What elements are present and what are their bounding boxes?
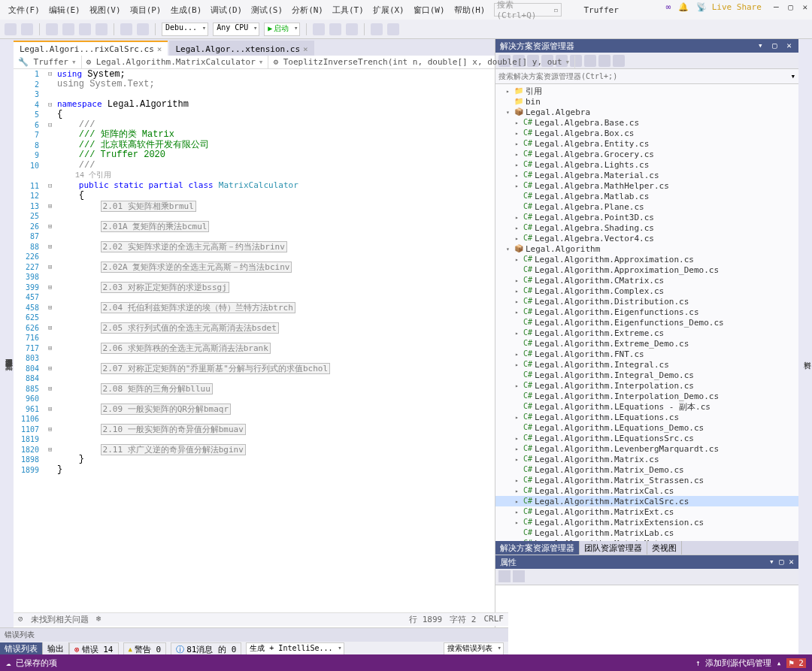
crumb[interactable]: ⚙ Legal.Algorithm.MatrixCalculator: [82, 56, 269, 68]
tab-class[interactable]: 类视图: [647, 541, 682, 555]
tree-item[interactable]: ▸C#Legal.Algorithm.LevenbergMarquardt.cs: [495, 443, 798, 454]
crumb[interactable]: 🔧 Truffer: [14, 56, 82, 68]
code-line[interactable]: 626⊞ 2.05 求行列式值的全选主元高斯消去法bsdet: [14, 323, 495, 334]
code-line[interactable]: 26⊞ 2.01A 复矩阵的乘法bcmul: [14, 222, 495, 232]
redo-icon[interactable]: [137, 23, 149, 35]
tool-icon[interactable]: [371, 23, 383, 35]
tree-item[interactable]: ▸C#Legal.Algebra.Entity.cs: [495, 138, 798, 149]
code-line[interactable]: 10 ///: [14, 161, 495, 171]
code-line[interactable]: 226: [14, 252, 495, 262]
categorize-icon[interactable]: [498, 570, 511, 582]
tool-icon[interactable]: [613, 55, 625, 67]
new-icon[interactable]: [46, 23, 58, 35]
tree-item[interactable]: ▸C#Legal.Algebra.Shading.cs: [495, 222, 798, 233]
tree-item[interactable]: ▸C#Legal.Algorithm.MatrixExt.cs: [495, 506, 798, 517]
save-icon[interactable]: [79, 23, 91, 35]
menu-item[interactable]: 项目(P): [126, 2, 165, 18]
code-line[interactable]: 625: [14, 313, 495, 323]
tab-close-icon[interactable]: ×: [157, 44, 162, 54]
tab-output[interactable]: 输出: [43, 642, 69, 654]
tree-item[interactable]: ▸C#Legal.Algorithm.CMatrix.cs: [495, 275, 798, 286]
tree-item[interactable]: C#Legal.Algorithm.Approximation_Demo.cs: [495, 264, 798, 275]
menu-item[interactable]: 测试(S): [247, 2, 286, 18]
tree-item[interactable]: C#Legal.Algebra.Plane.cs: [495, 201, 798, 212]
tree-item[interactable]: ▸C#Legal.Algorithm.Interpolation.cs: [495, 380, 798, 391]
code-line[interactable]: 5{: [14, 110, 495, 120]
tool-icon[interactable]: [584, 55, 596, 67]
code-line[interactable]: 1107⊞ 2.10 一般实矩阵的奇异值分解bmuav: [14, 425, 495, 435]
tool-icon[interactable]: [346, 23, 358, 35]
tree-item[interactable]: ▸C#Legal.Algorithm.MatrixExtension.cs: [495, 517, 798, 527]
tree-item[interactable]: ▸C#Legal.Algorithm.MatrixCalSrc.cs: [495, 496, 798, 506]
sol-search-input[interactable]: [498, 72, 790, 80]
tree-item[interactable]: C#Legal.Algorithm.LEquations - 副本.cs: [495, 401, 798, 412]
code-line[interactable]: 1819: [14, 434, 495, 445]
code-line[interactable]: 885⊞ 2.08 矩阵的三角分解blluu: [14, 384, 495, 394]
code-line[interactable]: 1⊟using System;: [14, 69, 495, 80]
menu-item[interactable]: 工具(T): [329, 2, 368, 18]
solution-tree[interactable]: ▸📁引用📁bin▾📦Legal.Algebra▸C#Legal.Algebra.…: [495, 84, 798, 541]
panel-controls[interactable]: ▾ ▢ ✕: [758, 41, 794, 51]
code-line[interactable]: 8 /// 北京联高软件开发有限公司: [14, 141, 495, 151]
tool-icon[interactable]: [329, 23, 341, 35]
code-editor[interactable]: 1⊟using System;2using System.Text;34⊟nam…: [14, 69, 495, 667]
code-line[interactable]: 717⊞ 2.06 求矩阵秩的全选主元高斯消去法brank: [14, 343, 495, 354]
bell-icon[interactable]: 🔔: [678, 2, 689, 12]
alpha-icon[interactable]: [513, 570, 525, 582]
doc-tab[interactable]: Legal.Algor...xtension.cs×: [169, 41, 314, 56]
platform-select[interactable]: Any CPU: [213, 23, 259, 36]
code-line[interactable]: 884: [14, 373, 495, 384]
code-line[interactable]: 7 /// 矩阵的类 Matrix: [14, 130, 495, 141]
tree-item[interactable]: C#Legal.Algorithm.Eigenfunctions_Demo.cs: [495, 317, 798, 328]
menu-item[interactable]: 窗口(W): [410, 2, 449, 18]
search-dropdown-icon[interactable]: ▾: [790, 71, 795, 81]
tree-item[interactable]: ▸C#Legal.Algebra.Base.cs: [495, 117, 798, 128]
tool-icon[interactable]: [598, 55, 611, 67]
close-icon[interactable]: ✕: [802, 2, 807, 12]
code-line[interactable]: 803: [14, 353, 495, 364]
tab-errorlist[interactable]: 错误列表: [0, 642, 43, 654]
code-line[interactable]: 398: [14, 272, 495, 283]
code-line[interactable]: 399⊞ 2.03 对称正定矩阵的求逆bssgj: [14, 283, 495, 293]
menu-item[interactable]: 扩展(X): [369, 2, 408, 18]
tree-item[interactable]: ▸C#Legal.Algebra.Material.cs: [495, 170, 798, 180]
menu-item[interactable]: 调试(D): [207, 2, 246, 18]
tree-item[interactable]: ▸C#Legal.Algebra.MathHelper.cs: [495, 180, 798, 191]
tree-item[interactable]: ▸C#Legal.Algorithm.MatrixCal.cs: [495, 485, 798, 496]
tree-item[interactable]: C#Legal.Algorithm.Interpolation_Demo.cs: [495, 391, 798, 401]
code-line[interactable]: 1898 }: [14, 455, 495, 465]
menu-item[interactable]: 生成(B): [167, 2, 206, 18]
tab-close-icon[interactable]: ×: [303, 44, 308, 54]
sol-search[interactable]: ▾: [495, 69, 798, 84]
menu-item[interactable]: 分析(N): [288, 2, 327, 18]
code-line[interactable]: 14 个引用: [14, 171, 495, 181]
tree-item[interactable]: ▸📁引用: [495, 86, 798, 96]
tree-item[interactable]: C#Legal.Algorithm.Integral_Demo.cs: [495, 370, 798, 380]
code-line[interactable]: 3: [14, 89, 495, 100]
code-line[interactable]: 457: [14, 292, 495, 303]
tool-icon[interactable]: [387, 23, 399, 35]
code-line[interactable]: 25: [14, 211, 495, 222]
code-line[interactable]: 88⊞ 2.02 实矩阵求逆的全选主元高斯－约当法brinv: [14, 242, 495, 252]
back-icon[interactable]: [5, 23, 17, 35]
right-sidebar[interactable]: 资料: [798, 39, 812, 667]
code-line[interactable]: 960: [14, 394, 495, 404]
global-search[interactable]: 搜索 (Ctrl+Q) ▫: [494, 3, 562, 17]
undo-icon[interactable]: [120, 23, 132, 35]
minimize-icon[interactable]: ─: [774, 2, 779, 12]
code-line[interactable]: 2using System.Text;: [14, 80, 495, 90]
menu-item[interactable]: 编辑(E): [45, 2, 84, 18]
tree-item[interactable]: ▸C#Legal.Algorithm.Integral.cs: [495, 359, 798, 370]
tree-item[interactable]: ▸C#Legal.Algorithm.FNT.cs: [495, 349, 798, 359]
menu-item[interactable]: 视图(V): [86, 2, 125, 18]
code-line[interactable]: 12 {: [14, 191, 495, 201]
tree-item[interactable]: ▸C#Legal.Algorithm.Matrix_Strassen.cs: [495, 475, 798, 485]
code-line[interactable]: 4⊟namespace Legal.Algorithm: [14, 100, 495, 110]
tree-item[interactable]: ▸C#Legal.Algebra.Grocery.cs: [495, 149, 798, 159]
code-line[interactable]: 6⊟ ///: [14, 120, 495, 131]
tree-item[interactable]: ▸C#Legal.Algorithm.Approximation.cs: [495, 254, 798, 264]
code-line[interactable]: 227⊞ 2.02A 复矩阵求逆的全选主元高斯－约当法bcinv: [14, 262, 495, 273]
tree-item[interactable]: ▸C#Legal.Algorithm.Distribution.cs: [495, 296, 798, 307]
tree-item[interactable]: ▸C#Legal.Algorithm.Complex.cs: [495, 286, 798, 296]
maximize-icon[interactable]: ▢: [788, 2, 793, 12]
